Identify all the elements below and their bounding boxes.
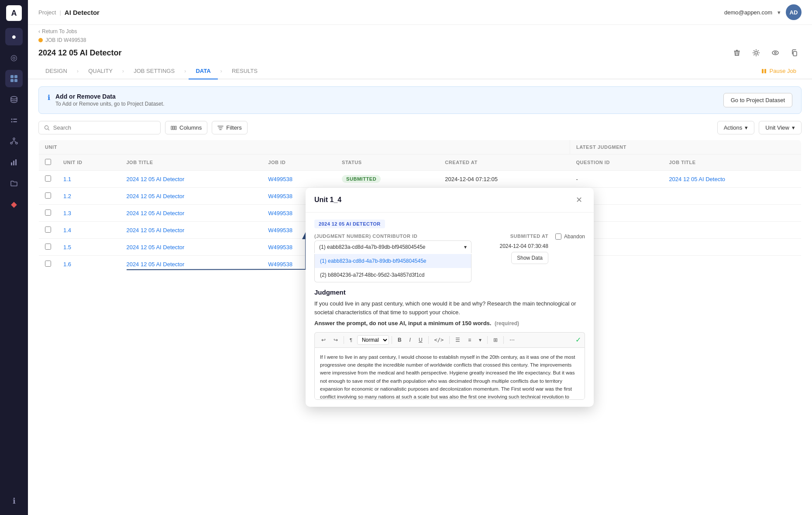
row-checkbox[interactable]	[45, 227, 51, 233]
latest-judgment-label: LATEST JUDGMENT	[576, 144, 626, 150]
sidebar-icon-folder[interactable]	[5, 175, 23, 192]
tab-design[interactable]: DESIGN	[38, 63, 74, 79]
job-id-link[interactable]: W499538	[268, 210, 292, 216]
select-all-checkbox[interactable]	[45, 159, 51, 165]
sidebar-icon-circle[interactable]: ◎	[5, 49, 23, 66]
tab-quality[interactable]: QUALITY	[81, 63, 120, 79]
unit-modal: Unit 1_4 ✕ 2024 12 05 AI DETECTOR (JUDGM…	[306, 188, 594, 407]
redo-button[interactable]: ↪	[330, 336, 341, 344]
row-checkbox-cell	[39, 222, 58, 239]
svg-rect-1	[14, 75, 17, 78]
lj-title-link[interactable]: 2024 12 05 AI Detecto	[669, 176, 725, 182]
back-link[interactable]: ‹ Return To Jobs	[38, 28, 77, 34]
row-checkbox[interactable]	[45, 244, 51, 250]
info-title: Add or Remove Data	[55, 93, 164, 100]
list-button[interactable]: ☰	[452, 336, 463, 344]
unit-id-link[interactable]: 1.5	[63, 244, 71, 251]
row-question-id: -	[570, 171, 663, 188]
abandon-label: Abandon	[564, 233, 585, 240]
row-checkbox[interactable]	[45, 192, 51, 199]
contributor-option-2[interactable]: (2) b8804236-a72f-48bc-95d2-3a4857d3f1cd	[315, 268, 471, 282]
italic-button[interactable]: I	[406, 336, 414, 344]
pause-job-button[interactable]: Pause Job	[756, 65, 802, 77]
job-title-link[interactable]: 2024 12 05 AI Detector	[126, 244, 184, 251]
col-question-id: QUESTION ID	[570, 154, 663, 171]
job-title-link[interactable]: 2024 12 05 AI Detector	[126, 261, 184, 268]
job-title-link[interactable]: 2024 12 05 AI Detector	[126, 193, 184, 199]
tab-job-settings[interactable]: JOB SETTINGS	[127, 63, 182, 79]
show-data-button[interactable]: Show Data	[511, 252, 548, 264]
job-title-link[interactable]: 2024 12 05 AI Detector	[126, 210, 184, 216]
more-button[interactable]: ⋯	[506, 336, 518, 344]
svg-rect-14	[15, 159, 17, 165]
eye-icon[interactable]	[768, 46, 782, 60]
code-button[interactable]: </>	[431, 336, 447, 344]
svg-point-15	[755, 52, 757, 54]
unit-view-button[interactable]: Unit View ▾	[759, 121, 802, 134]
svg-rect-20	[764, 69, 766, 73]
abandon-checkbox[interactable]	[555, 233, 561, 240]
row-checkbox-cell	[39, 239, 58, 256]
align-button[interactable]: ≡	[465, 336, 474, 344]
row-checkbox[interactable]	[45, 209, 51, 216]
delete-icon[interactable]	[730, 46, 744, 60]
underline-button[interactable]: U	[416, 336, 426, 344]
chevron-down-icon[interactable]: ▾	[778, 9, 781, 16]
contributor-dropdown-list: (1) eabb823a-cd8d-4a7b-89db-bf945804545e…	[314, 254, 471, 282]
job-id-link[interactable]: W499538	[268, 261, 292, 268]
settings-icon[interactable]	[749, 46, 763, 60]
svg-point-17	[774, 52, 776, 54]
abandon-checkbox-label[interactable]: Abandon	[555, 233, 585, 240]
unit-id-link[interactable]: 1.2	[63, 193, 71, 199]
info-description: To Add or Remove units, go to Project Da…	[55, 101, 164, 107]
undo-button[interactable]: ↩	[318, 336, 329, 344]
unit-id-link[interactable]: 1.3	[63, 210, 71, 216]
modal-job-badge: 2024 12 05 AI DETECTOR	[314, 220, 385, 228]
judgment-prompt: If you could live in any past century, w…	[314, 299, 585, 316]
row-checkbox[interactable]	[45, 175, 51, 182]
tab-results[interactable]: RESULTS	[225, 63, 265, 79]
editor-content[interactable]: If I were to live in any past century, I…	[314, 347, 585, 400]
job-id-link[interactable]: W499538	[268, 227, 292, 233]
actions-button[interactable]: Actions ▾	[717, 121, 755, 134]
job-id-link[interactable]: W499538	[268, 176, 292, 182]
chevron-left-icon: ‹	[38, 28, 40, 34]
modal-close-button[interactable]: ✕	[573, 194, 585, 206]
sidebar-icon-diamond[interactable]: ◆	[5, 196, 23, 213]
columns-button[interactable]: Columns	[165, 121, 207, 134]
unit-id-link[interactable]: 1.1	[63, 176, 71, 182]
contributor-select[interactable]: (1) eabb823a-cd8d-4a7b-89db-bf945804545e…	[314, 240, 471, 253]
go-to-dataset-button[interactable]: Go to Project Dataset	[723, 93, 792, 107]
job-title-link[interactable]: 2024 12 05 AI Detector	[126, 227, 184, 233]
contributor-dropdown-container: (1) eabb823a-cd8d-4a7b-89db-bf945804545e…	[314, 240, 471, 282]
tab-data[interactable]: DATA	[189, 63, 217, 79]
sidebar-icon-grid[interactable]	[5, 70, 23, 87]
top-header: Project | AI Detector demo@appen.com ▾ A…	[28, 0, 812, 25]
table-button[interactable]: ⊞	[490, 336, 501, 344]
sidebar-icon-network[interactable]	[5, 133, 23, 150]
copy-icon[interactable]	[788, 46, 802, 60]
unit-id-link[interactable]: 1.4	[63, 227, 71, 233]
contributor-chevron-icon: ▾	[464, 244, 467, 250]
format-select[interactable]: Normal	[357, 335, 389, 345]
sidebar-icon-dot[interactable]: ●	[5, 28, 23, 45]
unit-view-chevron-icon: ▾	[792, 124, 795, 131]
job-id-link[interactable]: W499538	[268, 193, 292, 199]
contributor-option-1[interactable]: (1) eabb823a-cd8d-4a7b-89db-bf945804545e	[315, 254, 471, 268]
search-input[interactable]	[53, 124, 155, 131]
paragraph-icon: ¶	[347, 336, 355, 344]
editor-divider-5	[487, 336, 488, 344]
sidebar-icon-info[interactable]: ℹ	[5, 492, 23, 510]
search-box	[38, 121, 161, 134]
job-title-link[interactable]: 2024 12 05 AI Detector	[126, 176, 184, 182]
unit-id-link[interactable]: 1.6	[63, 261, 71, 268]
job-id-link[interactable]: W499538	[268, 244, 292, 251]
row-checkbox[interactable]	[45, 261, 51, 267]
svg-point-21	[45, 125, 48, 129]
filters-button[interactable]: Filters	[212, 121, 247, 134]
modal-contributor-field: (JUDGMENT NUMBER) CONTRIBUTOR ID (1) eab…	[314, 233, 471, 282]
bold-button[interactable]: B	[395, 336, 405, 344]
sidebar-icon-db[interactable]	[5, 91, 23, 108]
sidebar-icon-list[interactable]	[5, 112, 23, 129]
sidebar-icon-bar[interactable]	[5, 154, 23, 171]
